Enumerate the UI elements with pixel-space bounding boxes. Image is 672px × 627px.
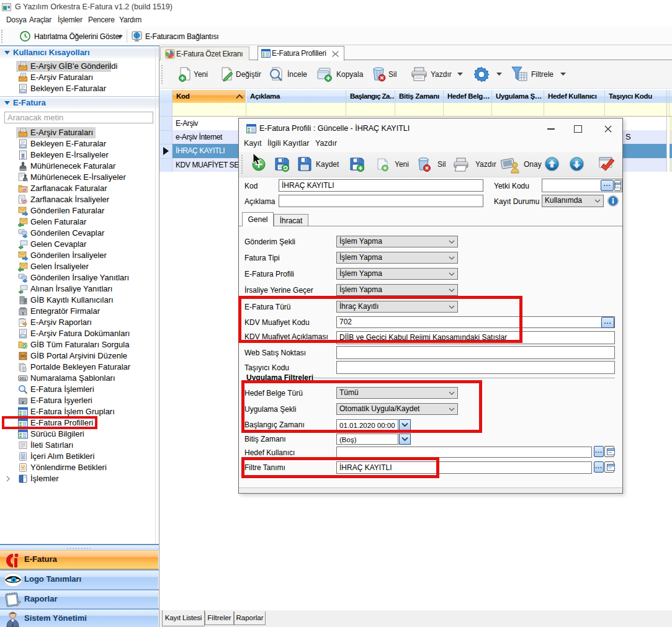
svg-text:I: I [22, 455, 24, 459]
svg-text:@: @ [22, 187, 27, 193]
svg-text:Y: Y [22, 466, 25, 470]
svg-text:001: 001 [20, 376, 27, 381]
svg-text:@: @ [22, 198, 27, 204]
